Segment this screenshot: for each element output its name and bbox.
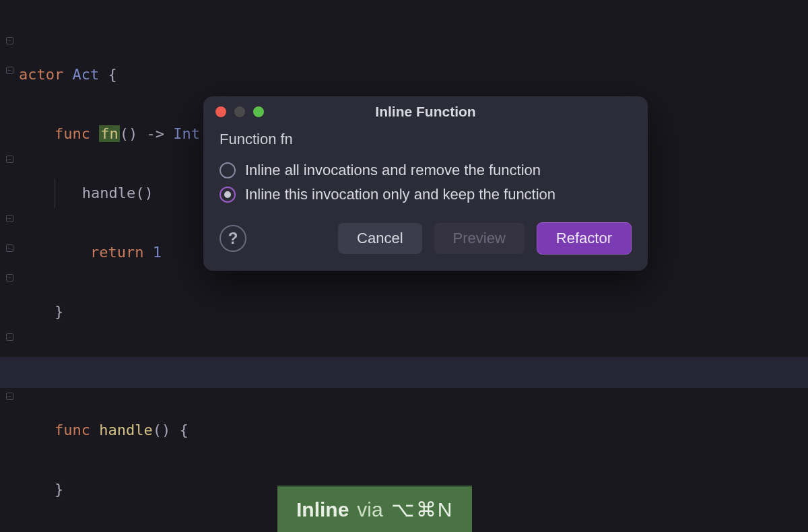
brace: { xyxy=(108,66,116,83)
tooltip-via: via xyxy=(357,498,382,521)
preview-button[interactable]: Preview xyxy=(434,223,525,254)
dialog-button-row: ? Cancel Preview Refactor xyxy=(220,222,632,255)
editor-gutter: − − − − − − − − xyxy=(0,0,19,532)
fold-icon[interactable]: − xyxy=(6,244,13,252)
maximize-window-button[interactable] xyxy=(253,106,264,117)
fold-icon[interactable]: − xyxy=(6,333,13,341)
fold-icon[interactable]: − xyxy=(6,67,13,74)
brace: } xyxy=(55,481,63,498)
close-window-button[interactable] xyxy=(215,106,226,117)
shortcut-hint-tooltip: Inline via ⌥⌘N xyxy=(277,486,472,532)
inline-options-radio-group: Inline all invocations and remove the fu… xyxy=(220,162,632,203)
radio-label: Inline all invocations and remove the fu… xyxy=(245,162,541,179)
help-button[interactable]: ? xyxy=(220,225,246,252)
tooltip-shortcut: ⌥⌘N xyxy=(391,498,454,521)
type-name: Act xyxy=(72,66,99,83)
fold-icon[interactable]: − xyxy=(6,156,13,163)
radio-inline-this[interactable]: Inline this invocation only and keep the… xyxy=(220,186,632,203)
parens: () xyxy=(153,422,171,438)
type-name: Int xyxy=(173,125,200,142)
dialog-subtitle: Function fn xyxy=(220,131,632,148)
brace: } xyxy=(55,303,63,320)
function-call: handle xyxy=(82,185,135,201)
keyword: func xyxy=(55,125,90,142)
window-controls xyxy=(215,106,264,117)
dialog-titlebar: Inline Function xyxy=(203,96,648,124)
radio-inline-all[interactable]: Inline all invocations and remove the fu… xyxy=(220,162,632,179)
inline-function-dialog: Inline Function Function fn Inline all i… xyxy=(203,96,648,271)
dialog-title: Inline Function xyxy=(203,104,648,120)
keyword: func xyxy=(55,422,90,438)
fold-icon[interactable]: − xyxy=(6,37,13,44)
minimize-window-button[interactable] xyxy=(234,106,245,117)
refactor-button[interactable]: Refactor xyxy=(537,222,632,255)
keyword: actor xyxy=(19,66,63,83)
parens: () xyxy=(120,125,138,142)
fold-icon[interactable]: − xyxy=(6,215,13,222)
function-name: handle xyxy=(99,422,152,438)
radio-label: Inline this invocation only and keep the… xyxy=(245,186,556,203)
number-literal: 1 xyxy=(153,244,162,261)
brace: { xyxy=(179,422,188,438)
radio-icon-selected xyxy=(220,187,236,203)
arrow: -> xyxy=(146,125,164,142)
function-name-highlighted: fn xyxy=(99,125,120,142)
tooltip-action: Inline xyxy=(296,498,349,521)
radio-icon xyxy=(220,162,236,178)
fold-icon[interactable]: − xyxy=(6,393,13,400)
fold-icon[interactable]: − xyxy=(6,274,13,281)
keyword: return xyxy=(90,244,143,261)
cancel-button[interactable]: Cancel xyxy=(338,223,422,254)
parens: () xyxy=(135,185,154,201)
